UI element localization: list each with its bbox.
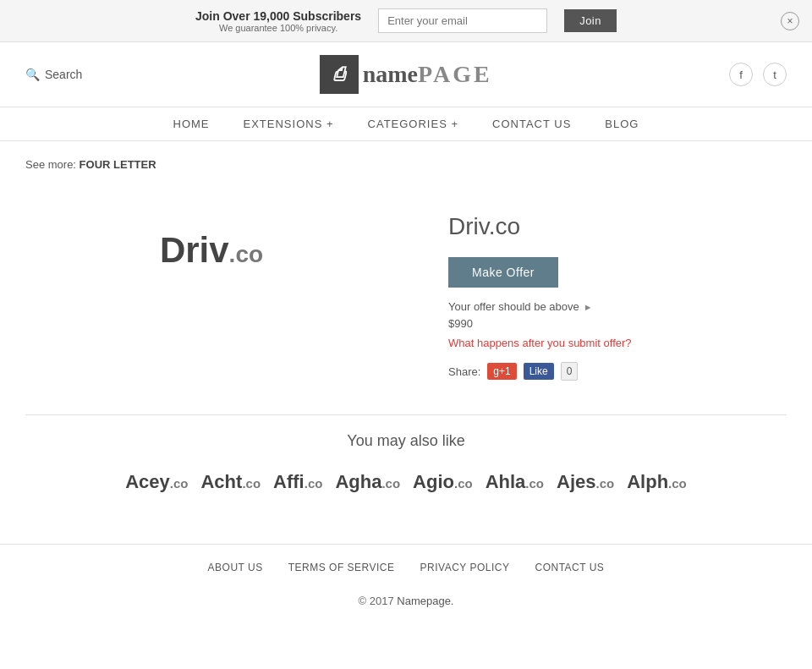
domain-card[interactable]: Alph.co <box>627 471 687 493</box>
logo-page: PAGE <box>418 61 492 87</box>
offer-price: $990 <box>448 317 787 330</box>
banner-main-text: Join Over 19,000 Subscribers <box>195 9 361 23</box>
navigation: HOME EXTENSIONS + CATEGORIES + CONTACT U… <box>0 107 812 141</box>
top-banner: Join Over 19,000 Subscribers We guarante… <box>0 0 812 42</box>
offer-info: Your offer should be above ► <box>448 300 787 313</box>
facebook-link[interactable]: f <box>729 63 753 86</box>
domain-card-tld: .co <box>596 476 615 491</box>
domain-card-text: Ajes.co <box>557 471 614 492</box>
domain-card-text: Ahla.co <box>486 471 544 492</box>
domain-card-text: Affi.co <box>273 471 322 492</box>
domain-card-text: Agio.co <box>413 471 473 492</box>
logo-box: ⎙ namePAGE <box>320 55 492 94</box>
share-label: Share: <box>448 365 480 378</box>
domain-card-text: Alph.co <box>627 471 687 492</box>
domain-card-tld: .co <box>381 476 400 491</box>
nav-blog[interactable]: BLOG <box>605 118 639 130</box>
domain-card[interactable]: Ajes.co <box>557 471 614 493</box>
facebook-count: 0 <box>561 362 579 381</box>
domain-card-tld: .co <box>242 476 261 491</box>
footer-copy-link[interactable]: Namepage. <box>397 595 453 607</box>
twitter-link[interactable]: t <box>763 63 787 86</box>
main-content: See more: FOUR LETTER Driv.co Driv.co Ma… <box>0 141 812 544</box>
logo-text: namePAGE <box>363 63 492 86</box>
domain-logo: Driv.co <box>160 230 263 271</box>
also-like-section: You may also like Acey.coAcht.coAffi.coA… <box>25 432 787 493</box>
domain-card[interactable]: Acey.co <box>125 471 188 493</box>
also-like-title: You may also like <box>25 432 787 450</box>
domain-card[interactable]: Agio.co <box>413 471 473 493</box>
nav-extensions[interactable]: EXTENSIONS + <box>244 118 334 130</box>
domain-card-text: Acht.co <box>200 471 261 492</box>
search-trigger[interactable]: 🔍 Search <box>25 68 82 81</box>
domain-card[interactable]: Agha.co <box>335 471 400 493</box>
footer-link[interactable]: ABOUT US <box>208 562 263 573</box>
logo[interactable]: ⎙ namePAGE <box>320 55 492 94</box>
social-links: f t <box>729 63 787 86</box>
facebook-like-button[interactable]: Like <box>524 363 554 380</box>
logo-name: name <box>363 61 418 87</box>
domain-info: Driv.co Make Offer Your offer should be … <box>448 196 787 381</box>
domain-logo-area: Driv.co <box>25 196 398 304</box>
banner-text: Join Over 19,000 Subscribers We guarante… <box>195 9 361 33</box>
domain-card[interactable]: Acht.co <box>200 471 261 493</box>
header: 🔍 Search ⎙ namePAGE f t <box>0 42 812 107</box>
domain-section: Driv.co Driv.co Make Offer Your offer sh… <box>25 196 787 381</box>
join-button[interactable]: Join <box>564 9 617 32</box>
domain-card[interactable]: Affi.co <box>273 471 322 493</box>
breadcrumb-link[interactable]: FOUR LETTER <box>80 158 156 171</box>
domain-logo-name: Driv <box>160 230 229 270</box>
domain-grid: Acey.coAcht.coAffi.coAgha.coAgio.coAhla.… <box>25 471 787 493</box>
domain-card-tld: .co <box>304 476 323 491</box>
fb-like-label: Like <box>529 365 548 377</box>
share-area: Share: g+1 Like 0 <box>448 362 787 381</box>
make-offer-button[interactable]: Make Offer <box>448 257 558 288</box>
nav-categories[interactable]: CATEGORIES + <box>368 118 458 130</box>
domain-card-tld: .co <box>525 476 544 491</box>
domain-card-text: Acey.co <box>125 471 188 492</box>
domain-card-tld: .co <box>668 476 687 491</box>
domain-card-tld: .co <box>454 476 473 491</box>
domain-card[interactable]: Ahla.co <box>486 471 544 493</box>
offer-question[interactable]: What happens after you submit offer? <box>448 337 787 349</box>
footer-link[interactable]: PRIVACY POLICY <box>420 562 510 573</box>
offer-info-text: Your offer should be above <box>448 300 579 313</box>
google-plus-button[interactable]: g+1 <box>487 363 516 380</box>
domain-logo-tld: .co <box>229 241 263 267</box>
nav-contact[interactable]: CONTACT US <box>492 118 571 130</box>
footer-link[interactable]: TERMS OF SERVICE <box>288 562 395 573</box>
close-banner-button[interactable]: × <box>781 12 799 30</box>
search-icon: 🔍 <box>25 68 40 81</box>
banner-sub-text: We guarantee 100% privacy. <box>195 23 361 33</box>
logo-icon: ⎙ <box>320 55 359 94</box>
footer-copyright: © 2017 Namepage. <box>0 582 812 624</box>
see-more-label: See more: <box>25 158 76 171</box>
domain-title: Driv.co <box>448 213 787 240</box>
section-divider <box>25 414 787 415</box>
footer-links: ABOUT USTERMS OF SERVICEPRIVACY POLICYCO… <box>0 544 812 582</box>
footer-link[interactable]: CONTACT US <box>535 562 604 573</box>
search-label: Search <box>45 68 82 81</box>
email-input[interactable] <box>378 8 547 33</box>
domain-card-tld: .co <box>170 476 189 491</box>
domain-card-text: Agha.co <box>335 471 400 492</box>
nav-home[interactable]: HOME <box>173 118 210 130</box>
breadcrumb: See more: FOUR LETTER <box>25 158 787 171</box>
footer-copy-text: © 2017 <box>359 595 394 607</box>
offer-arrow: ► <box>584 302 593 312</box>
